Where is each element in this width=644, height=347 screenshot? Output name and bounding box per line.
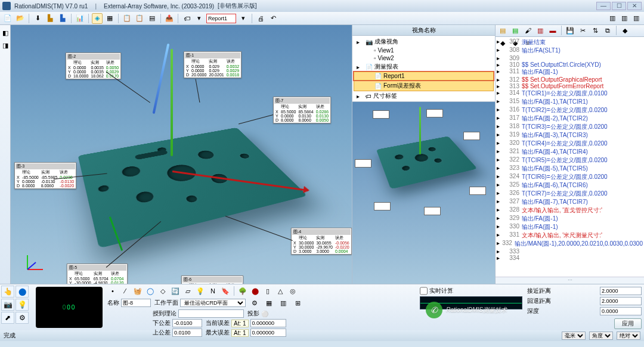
view-tree[interactable]: ▸📷成像视角▫View1▫View2▸📄测量报表📄Report1📄Form误差报… [352, 36, 495, 101]
code-del-icon[interactable]: ▬ [547, 25, 558, 36]
code-line[interactable]: ▸327输出/FA(圆-7),TA(TCIR7) [497, 198, 643, 206]
code-line[interactable]: ▸310$$ Set.OutputCtrl.Circle(XYD) [497, 61, 643, 68]
code-line[interactable]: ▸314T(TCIR1)=公差定义/圆度,0.0100 [497, 89, 643, 98]
apply-button[interactable]: 应用 [614, 318, 642, 329]
print-icon[interactable]: 🖨 [255, 13, 266, 24]
feat-bookmark-icon[interactable]: 🔖 [220, 286, 231, 296]
code-line[interactable]: ▸317输出/FA(圆-2),TA(TCIR2) [497, 114, 643, 123]
feat-diamond-icon[interactable]: ◇ [157, 286, 168, 296]
feat-tree-icon[interactable]: 🌳 [237, 286, 248, 296]
code-tab-b-icon[interactable]: ▤ [510, 25, 521, 36]
code-line[interactable]: ▸307测量结束 [497, 38, 643, 47]
coord-select[interactable]: 绝对 [617, 331, 640, 340]
load-icon[interactable]: ⬇ [32, 13, 43, 24]
code-cut-icon[interactable]: ✂ [577, 25, 588, 36]
bl-gear-icon[interactable]: ⚙ [16, 312, 29, 324]
code-line[interactable]: ▸328文本/输入输出, '直戈管控尺寸:' [497, 206, 643, 215]
bl-bulb-icon[interactable]: 💡 [16, 299, 29, 311]
callout-1[interactable]: 图-1理论实测误差X0.00000.0290.0032Y0.00000.0290… [184, 51, 242, 78]
label-icon[interactable]: 🏷 [181, 13, 192, 24]
feat-point-icon[interactable]: • [107, 286, 118, 296]
panel-toggle-c-icon[interactable]: ▥ [631, 13, 642, 24]
grid-icon[interactable]: ▦ [104, 13, 115, 24]
minimize-button[interactable]: — [596, 2, 611, 10]
code-line[interactable]: ▸318T(TCIR3)=公差定义/圆度,0.0200 [497, 123, 643, 131]
code-block-icon[interactable]: ▥ [535, 25, 546, 36]
bl-probe-icon[interactable]: ⬤ [16, 286, 29, 298]
feat-n-icon[interactable]: N [208, 286, 218, 296]
callout-7[interactable]: 图-7理论实测误差X85.500085.58640.0286Y0.00000.0… [273, 97, 331, 123]
proj-radio[interactable]: ⚪ [261, 311, 268, 317]
code-line[interactable]: ▸330输出/FA(圆-1) [497, 223, 643, 231]
code-line[interactable]: ▸329输出/FA(圆-1) [497, 215, 643, 223]
doc-a-icon[interactable]: 📋 [122, 13, 132, 24]
maximize-button[interactable]: ☐ [612, 2, 626, 10]
feat-light-icon[interactable]: 💡 [195, 286, 206, 296]
code-line[interactable]: ▸312$$ Set.OutputGraphicalReport [497, 76, 643, 83]
callout-4[interactable]: 图-4理论实测误差X30.000030.0855-0.0056Y30.0000-… [291, 228, 352, 255]
code-line[interactable]: ▸326T(TCIR7)=公差定义/圆度,0.0200 [497, 190, 643, 198]
code-line[interactable]: ▸325输出/FA(圆-6),TA(TCIR6) [497, 181, 643, 190]
code-brush-icon[interactable]: 🖌 [522, 25, 533, 36]
lo-tol-input[interactable] [172, 319, 202, 327]
plane-cfg-d-icon[interactable]: ⊞ [292, 298, 303, 308]
chart-icon[interactable]: 📊 [75, 13, 85, 24]
strip-b-icon[interactable]: ◨ [0, 40, 11, 51]
feat-basket-icon[interactable]: 🧺 [132, 286, 143, 296]
code-line[interactable]: ▸321输出/FA(圆-4),TA(TCIR4) [497, 148, 643, 156]
feat-refresh-icon[interactable]: 🔄 [170, 286, 181, 296]
retract-input[interactable] [600, 297, 642, 305]
tree-item[interactable]: 📄Form误差报表 [354, 80, 494, 91]
bl-axis-icon[interactable]: ⬈ [1, 312, 14, 324]
callout-6[interactable]: 图-6理论实测误差X-30.0000-30.0340-0.0340Y-30.00… [181, 275, 243, 284]
code-btn-a-icon[interactable]: ◆ [620, 25, 630, 36]
code-line[interactable]: ▸311输出/FA(圆-1) [497, 68, 643, 76]
bl-teach-icon[interactable]: 👆 [1, 286, 14, 298]
code-line[interactable]: ▸320T(TCIR4)=公差定义/圆度,0.0200 [497, 140, 643, 148]
main-3d-viewport[interactable]: 图-2理论实测误差X0.00000.00350.0050Y0.00000.003… [11, 25, 352, 284]
tree-item[interactable]: ▸🏷尺寸标签 [354, 91, 494, 101]
table-icon[interactable]: ▤ [147, 13, 157, 24]
feat-cyl-icon[interactable]: ▯ [262, 286, 273, 296]
code-tab-a-icon[interactable]: ▤ [497, 25, 508, 36]
view-mode-icon[interactable]: ◈ [92, 13, 103, 24]
tool-a-icon[interactable]: ▙ [45, 13, 55, 24]
callout-3[interactable]: 图-3理论实测误差X-85.5000-85.59850.0230Y0.0000-… [14, 162, 76, 189]
feat-torus-icon[interactable]: ◎ [287, 286, 298, 296]
close-button[interactable]: ✕ [627, 2, 642, 10]
feat-circle-icon[interactable]: ◯ [145, 286, 156, 296]
code-line[interactable]: ▸319输出/FA(圆-3),TA(TCIR3) [497, 131, 643, 140]
feat-sphere-icon[interactable]: ⬤ [250, 286, 261, 296]
panel-toggle-a-icon[interactable]: ▥ [607, 13, 618, 24]
code-line[interactable]: ▸324T(TCIR6)=公差定义/圆度,0.0200 [497, 173, 643, 181]
code-sort-icon[interactable]: ⇅ [590, 25, 600, 36]
inspect-input[interactable] [178, 309, 244, 318]
tree-item[interactable]: ▸📄测量报表 [354, 62, 494, 72]
feat-line-icon[interactable]: ⁄ [120, 286, 131, 296]
code-copy-icon[interactable]: ⧉ [602, 25, 613, 36]
tool-b-icon[interactable]: ▙ [57, 13, 68, 24]
report-name-field[interactable]: Report1 [206, 14, 236, 23]
doc-b-icon[interactable]: 📋 [134, 13, 145, 24]
tree-item[interactable]: ▫View1 [354, 47, 494, 54]
code-line[interactable]: ▸334 [497, 255, 643, 261]
export-icon[interactable]: 📤 [164, 13, 175, 24]
report-dropdown-icon[interactable]: ▾ [238, 13, 249, 24]
approach-input[interactable] [600, 287, 642, 295]
code-line[interactable]: ▸323输出/FA(圆-5),TA(TCIR5) [497, 165, 643, 173]
feat-cone-icon[interactable]: △ [275, 286, 286, 296]
code-line[interactable]: ▸308输出/FA(SLT1) [497, 47, 643, 55]
code-save-icon[interactable]: 💾 [565, 25, 575, 36]
code-line[interactable]: ▸333 [497, 248, 643, 255]
code-line[interactable]: ▸316T(TCIR2)=公差定义/圆度,0.0200 [497, 106, 643, 114]
callout-2[interactable]: 图-2理论实测误差X0.00000.00350.0050Y0.00000.003… [66, 52, 121, 79]
strip-a-icon[interactable]: ◧ [0, 27, 11, 38]
plane-cfg-b-icon[interactable]: ▦ [264, 298, 274, 308]
angle-select[interactable]: 角度 [589, 331, 613, 340]
tree-item[interactable]: 📄Report1 [354, 72, 494, 80]
realtime-checkbox[interactable] [420, 287, 428, 295]
code-line[interactable]: ▸331文本/输入输出, '米尺测量尺寸:' [497, 231, 643, 240]
code-line[interactable]: ▸332输出/MAN(圆-1),20.0000,20.0210,0.0030,0… [497, 240, 643, 248]
dmis-code-listing[interactable]: ▸307测量结束▸308输出/FA(SLT1)▸309▸310$$ Set.Ou… [496, 37, 644, 277]
code-line[interactable]: ▸309 [497, 55, 643, 61]
